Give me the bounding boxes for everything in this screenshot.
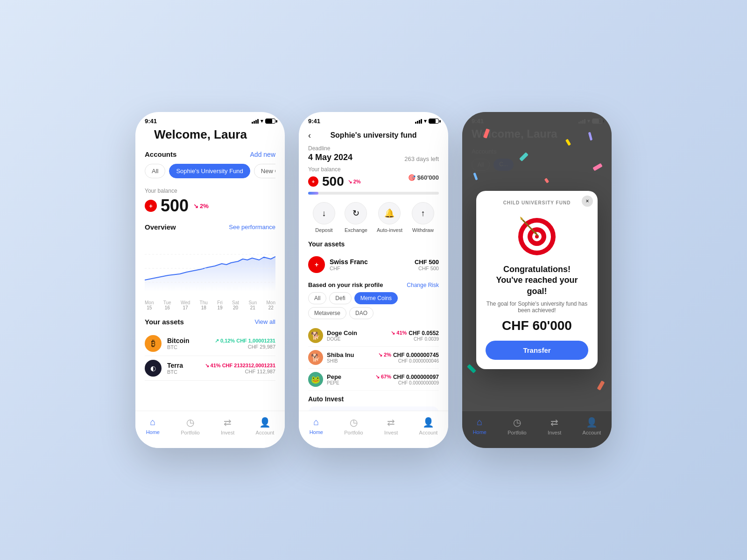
swiss-symbol: CHF <box>330 266 368 271</box>
portfolio-icon: ◷ <box>186 417 194 428</box>
terra-name: Terra <box>167 362 199 369</box>
status-bar-2: 9:41 ▾ <box>299 112 448 127</box>
deposit-label: Deposit <box>315 227 332 233</box>
balance-amount: + 500 <box>145 196 189 216</box>
signal-icon <box>252 119 259 124</box>
balance2-row: Your balance + 500 ↘ 2% 🎯 $60'000 <box>299 166 448 189</box>
nav-home-2[interactable]: ⌂ Home <box>310 417 323 435</box>
nav-portfolio-2[interactable]: ◷ Portfolio <box>344 417 363 435</box>
fund-title: Sophie's university fund <box>330 131 416 140</box>
signal-icon-2 <box>415 119 422 124</box>
risk-title: Based on your risk profile <box>308 281 383 288</box>
nav-invest-2[interactable]: ⇄ Invest <box>384 417 398 435</box>
deposit-btn[interactable]: ↓ Deposit <box>313 202 335 233</box>
doge-item[interactable]: 🐕 Doge Coin DOGE ↘ 41% CHF 0.0552 CHF 0.… <box>308 325 439 347</box>
assets-header: Your assets View all <box>145 318 275 326</box>
bitcoin-chf: CHF 29,987 <box>215 344 275 350</box>
bitcoin-name: Bitcoin <box>167 337 209 344</box>
balance-label: Your balance <box>145 188 275 194</box>
filter-defi[interactable]: Defi <box>329 292 351 304</box>
nav-home-1[interactable]: ⌂ Home <box>146 417 160 435</box>
account-icon-2: 👤 <box>423 417 434 428</box>
asset-terra-info: Terra BTC <box>167 362 199 375</box>
terra-chf: CHF 112,987 <box>205 369 276 374</box>
wifi-icon: ▾ <box>261 118 263 124</box>
filter-metaverse[interactable]: Metaverse <box>308 307 346 319</box>
your-assets-title: Your assets <box>308 240 439 248</box>
nav-account-2[interactable]: 👤 Account <box>419 417 438 435</box>
target-image <box>514 211 560 258</box>
nav-invest-1[interactable]: ⇄ Invest <box>221 417 234 435</box>
shib-values: ↘ 2% CHF 0.000000745 CHF 0.0000000046 <box>378 352 439 364</box>
pill-car[interactable]: New Car Paym... <box>254 164 275 178</box>
bitcoin-amount: ↗ 0,12% CHF 1,00001231 <box>215 338 275 344</box>
phone-1: 9:41 ▾ Welcome, Laura Accounts Add new <box>135 112 285 448</box>
pepe-values: ↘ 67% CHF 0.000000097 CHF 0.0000000009 <box>375 374 439 385</box>
bottom-nav-1: ⌂ Home ◷ Portfolio ⇄ Invest 👤 Account <box>135 411 285 448</box>
nav-account-3[interactable]: 👤 Account <box>583 417 601 435</box>
assets-title: Your assets <box>145 318 184 326</box>
withdraw-btn[interactable]: ↑ Withdraw <box>412 202 434 233</box>
phone-3: 9:41 ▾ Welcome, Laura Accounts All C... <box>462 112 612 448</box>
shib-chf: CHF 0.0000000046 <box>378 358 439 364</box>
accounts-label: Accounts <box>145 150 176 158</box>
exchange-btn[interactable]: ↻ Exchange <box>345 202 367 233</box>
overview-header: Overview See performance <box>145 223 275 231</box>
autoinvest-icon: 🔔 <box>378 202 401 224</box>
invest-icon: ⇄ <box>224 417 232 428</box>
filter-meme[interactable]: Meme Coins <box>354 292 398 304</box>
chf-flag: + <box>145 200 157 212</box>
view-all-link[interactable]: View all <box>254 318 275 325</box>
shib-info: Shiba Inu SHIB <box>327 351 374 364</box>
change-badge: 2% <box>193 203 209 210</box>
portfolio-icon-2: ◷ <box>350 417 358 428</box>
down-arrow-icon <box>193 203 198 210</box>
asset-terra[interactable]: ◐ Terra BTC ↘ 41% CHF 2132312,0001231 CH… <box>145 356 275 381</box>
pepe-item[interactable]: 🐸 Pepe PEPE ↘ 67% CHF 0.000000097 CHF 0.… <box>308 369 439 391</box>
withdraw-icon: ↑ <box>412 202 434 224</box>
pill-all[interactable]: All <box>145 164 165 178</box>
pepe-icon: 🐸 <box>308 372 323 387</box>
nav-portfolio-1[interactable]: ◷ Portfolio <box>181 417 199 435</box>
invest-icon-3: ⇄ <box>550 417 558 428</box>
pill-sophies[interactable]: Sophie's University Fund <box>169 164 250 178</box>
congrats-desc: The goal for Sophie's university fund ha… <box>486 301 588 314</box>
doge-icon: 🐕 <box>308 328 323 343</box>
bottom-nav-2: ⌂ Home ◷ Portfolio ⇄ Invest 👤 Account <box>299 411 448 448</box>
overview-label: Overview <box>145 223 176 231</box>
shib-amount: CHF 0.000000745 <box>393 352 439 358</box>
wifi-icon-2: ▾ <box>424 118 427 124</box>
balance2-label: Your balance <box>308 166 361 173</box>
filter-dao[interactable]: DAO <box>349 307 374 319</box>
autoinvest-btn[interactable]: 🔔 Auto-invest <box>377 202 402 233</box>
status-icons-2: ▾ <box>415 118 439 124</box>
asset-bitcoin[interactable]: ₿ Bitcoin BTC ↗ 0,12% CHF 1,00001231 CHF… <box>145 331 275 356</box>
autoinvest-label: Auto-invest <box>377 227 402 233</box>
swiss-chf: CHF 500 <box>415 266 439 271</box>
btc-icon: ₿ <box>145 335 162 352</box>
add-new-button[interactable]: Add new <box>250 151 275 158</box>
chf-flag-2: + <box>308 176 318 187</box>
filter-all[interactable]: All <box>308 292 326 304</box>
nav-account-1[interactable]: 👤 Account <box>256 417 275 435</box>
nav-invest-3[interactable]: ⇄ Invest <box>548 417 561 435</box>
line-chart <box>145 236 275 296</box>
portfolio-icon-3: ◷ <box>513 417 521 428</box>
see-performance-link[interactable]: See performance <box>229 224 275 231</box>
exchange-icon: ↻ <box>345 202 367 224</box>
status-bar-1: 9:41 ▾ <box>135 112 285 127</box>
swiss-franc-item[interactable]: + Swiss Franc CHF CHF 500 CHF 500 <box>308 252 439 277</box>
account-icon: 👤 <box>259 417 271 428</box>
progress-bar <box>308 192 439 195</box>
change-risk-btn[interactable]: Change Risk <box>407 282 439 288</box>
transfer-button[interactable]: Transfer <box>486 341 588 360</box>
deadline-row: Deadline <box>308 145 439 152</box>
exchange-label: Exchange <box>345 227 367 233</box>
deadline-label: Deadline <box>308 145 330 152</box>
shib-item[interactable]: 🐕 Shiba Inu SHIB ↘ 2% CHF 0.000000745 CH… <box>308 347 439 369</box>
modal-close-button[interactable]: × <box>582 196 593 207</box>
nav-home-3[interactable]: ⌂ Home <box>473 417 486 435</box>
balance2-amount-row: + 500 ↘ 2% <box>308 174 361 189</box>
nav-portfolio-3[interactable]: ◷ Portfolio <box>507 417 526 435</box>
back-button[interactable]: ‹ <box>308 131 311 140</box>
